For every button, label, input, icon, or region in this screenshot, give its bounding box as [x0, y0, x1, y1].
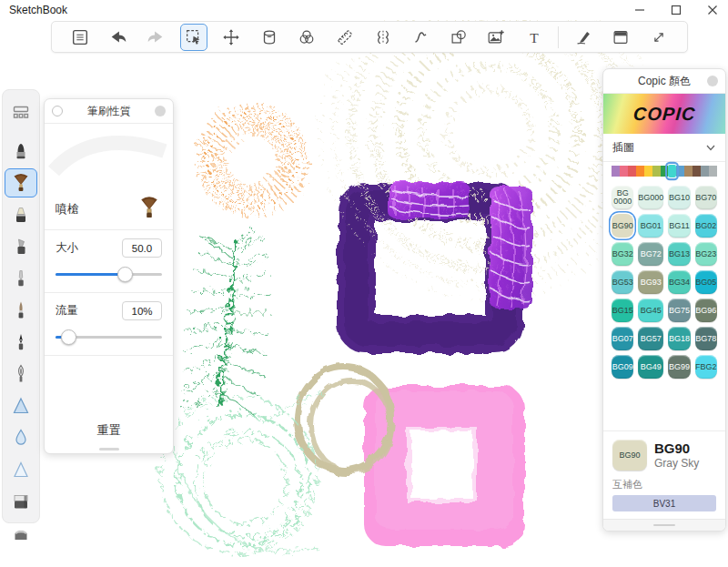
copic-swatch-BG23[interactable]: BG23 [695, 242, 717, 266]
brush-panel-resize-handle[interactable] [45, 444, 173, 453]
swatch-grid: BG 0000BG000BG10BG70BG90BG01BG11BG02BG32… [603, 180, 725, 382]
copic-panel-resize-handle[interactable] [603, 519, 725, 531]
undo-tool[interactable] [105, 24, 132, 51]
color-family-swatch[interactable] [693, 166, 701, 177]
copic-swatch-BG34[interactable]: BG34 [668, 270, 690, 294]
predictive-stroke-tool[interactable] [407, 24, 434, 51]
size-slider[interactable] [56, 267, 162, 281]
brush-eraser-block[interactable] [5, 487, 37, 516]
brush-eraser-round[interactable] [5, 519, 37, 548]
brush-airbrush[interactable] [5, 391, 37, 420]
copic-swatch-BG15[interactable]: BG15 [612, 299, 633, 322]
brush-quill[interactable] [5, 359, 37, 389]
transform-tool[interactable] [217, 24, 245, 51]
copic-panel-header[interactable]: Copic 顏色 [603, 69, 725, 94]
copic-swatch-BG70[interactable]: BG70 [695, 186, 717, 209]
panel-menu-icon[interactable] [155, 106, 166, 116]
copic-swatch-BG0000[interactable]: BG 0000 [612, 186, 633, 209]
copic-swatch-BG05[interactable]: BG05 [695, 270, 717, 294]
brush-chisel[interactable] [5, 232, 37, 261]
reset-button[interactable]: 重置 [45, 417, 173, 444]
brush-paintbrush[interactable] [5, 296, 37, 325]
interface-tool[interactable] [607, 24, 634, 51]
copic-swatch-BG09[interactable]: BG09 [612, 355, 633, 379]
color-family-swatch[interactable] [701, 166, 709, 177]
size-value-box[interactable]: 50.0 [122, 238, 162, 258]
copic-panel-menu-icon[interactable] [707, 76, 718, 86]
selection-tool[interactable] [180, 24, 207, 51]
copic-swatch-BG45[interactable]: BG45 [638, 299, 663, 322]
brush-fan[interactable] [5, 168, 37, 197]
fullscreen-tool[interactable] [645, 24, 672, 51]
copic-swatch-BG96[interactable]: BG96 [695, 299, 717, 322]
copic-swatch-BG01[interactable]: BG01 [638, 214, 663, 238]
minimize-button[interactable] [633, 4, 646, 16]
copic-swatch-FBG2[interactable]: FBG2 [695, 355, 717, 379]
brush-marker[interactable] [5, 200, 37, 229]
copic-swatch-BG000[interactable]: BG000 [638, 186, 663, 209]
color-family-swatch[interactable] [652, 166, 661, 177]
color-family-swatch[interactable] [668, 165, 676, 177]
redo-tool[interactable] [142, 24, 169, 51]
flow-value-box[interactable]: 10% [122, 301, 162, 320]
ruler-tool[interactable] [331, 24, 359, 51]
toolbar-separator [558, 26, 559, 48]
brush-inkpen[interactable] [5, 328, 37, 357]
copic-swatch-BG18[interactable]: BG18 [668, 327, 690, 350]
panel-pin-icon[interactable] [52, 106, 63, 116]
color-family-swatch[interactable] [644, 166, 652, 177]
color-adjust-tool[interactable] [293, 24, 320, 51]
copic-swatch-BG10[interactable]: BG10 [668, 186, 690, 209]
flow-slider[interactable] [56, 329, 162, 344]
copic-swatch-BG72[interactable]: BG72 [638, 242, 663, 266]
brush-ballpoint[interactable] [5, 264, 37, 293]
distort-tool[interactable] [256, 24, 283, 51]
copic-swatch-BG11[interactable]: BG11 [668, 214, 690, 238]
copic-swatch-BG78[interactable]: BG78 [695, 327, 717, 350]
brush-settings-tool[interactable] [570, 24, 597, 51]
brush-palette-toggle[interactable] [5, 97, 37, 127]
import-image-tool[interactable] [482, 24, 510, 51]
color-family-swatch[interactable] [709, 166, 717, 177]
color-family-swatch[interactable] [628, 166, 636, 177]
close-button[interactable] [706, 4, 719, 16]
art-green-fern [178, 226, 267, 411]
color-family-swatch[interactable] [636, 166, 644, 177]
color-family-swatch[interactable] [661, 166, 669, 177]
copic-swatch-BG99[interactable]: BG99 [668, 355, 690, 379]
color-family-swatch[interactable] [620, 166, 628, 177]
flow-slider-knob[interactable] [61, 329, 76, 345]
brush-pencil[interactable] [5, 137, 37, 166]
app-window: SketchBook T 筆刷性質 噴槍 大小 50.0 [0, 0, 728, 567]
copic-swatch-BG49[interactable]: BG49 [638, 355, 663, 379]
copic-swatch-BG13[interactable]: BG13 [668, 242, 690, 266]
color-family-swatch[interactable] [612, 166, 620, 177]
maximize-button[interactable] [670, 4, 682, 16]
brush-library-tool[interactable] [66, 24, 94, 51]
copic-logo: COPIC [632, 104, 696, 125]
copic-swatch-BG93[interactable]: BG93 [638, 270, 663, 294]
copic-swatch-BG07[interactable]: BG07 [612, 327, 633, 350]
fan-brush-icon [136, 195, 162, 224]
main-toolbar: T [51, 21, 688, 53]
category-dropdown[interactable]: 插圖 [603, 134, 725, 162]
brush-waterdrop[interactable] [5, 423, 37, 452]
brush-panel-header[interactable]: 筆刷性質 [45, 99, 173, 124]
brush-smudge[interactable] [5, 455, 37, 484]
color-family-swatch[interactable] [684, 166, 693, 177]
copic-swatch-BG75[interactable]: BG75 [668, 299, 690, 322]
copic-swatch-BG90[interactable]: BG90 [612, 214, 633, 238]
symmetry-tool[interactable] [369, 24, 397, 51]
shapes-tool[interactable] [445, 24, 472, 51]
copic-color-panel: Copic 顏色 COPIC 插圖 BG 0000BG000BG10BG70BG… [602, 68, 726, 532]
copic-swatch-BG32[interactable]: BG32 [612, 242, 633, 266]
copic-swatch-BG02[interactable]: BG02 [695, 214, 717, 238]
flow-group: 流量 10% [45, 293, 173, 356]
complement-color-button[interactable]: BV31 [612, 495, 716, 511]
brush-strip [2, 89, 40, 523]
color-family-swatch[interactable] [676, 166, 684, 177]
copic-swatch-BG53[interactable]: BG53 [612, 270, 633, 294]
copic-swatch-BG57[interactable]: BG57 [638, 327, 663, 350]
text-tool[interactable]: T [521, 24, 548, 51]
size-slider-knob[interactable] [117, 267, 133, 282]
